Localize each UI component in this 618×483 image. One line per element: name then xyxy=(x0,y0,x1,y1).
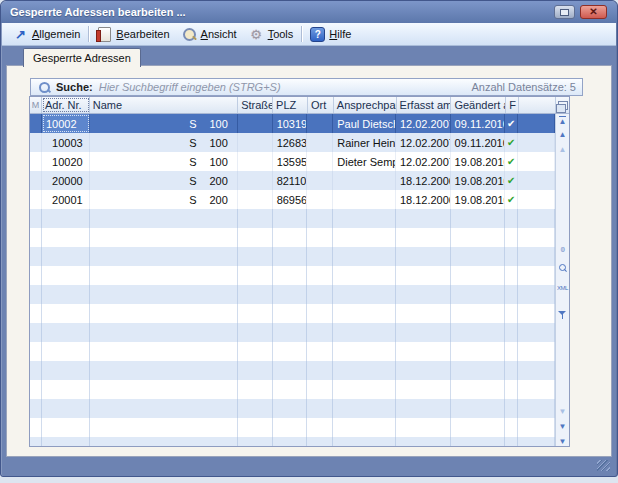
grid-cell-strasse xyxy=(238,133,273,152)
grid-cell-partner xyxy=(333,171,396,190)
grid-cell-flag xyxy=(505,418,518,437)
page-down-button[interactable]: ▼ xyxy=(556,423,569,431)
table-row-empty[interactable] xyxy=(30,342,555,361)
menu-item-hilfe[interactable]: ? Hilfe xyxy=(304,25,357,43)
column-header-strasse[interactable]: Straße xyxy=(238,97,273,113)
column-header-name[interactable]: Name xyxy=(90,97,238,113)
table-row-empty[interactable] xyxy=(30,247,555,266)
resize-grip[interactable] xyxy=(597,460,610,471)
column-header-erfasst[interactable]: Erfasst am xyxy=(397,97,452,113)
search-input[interactable]: Hier Suchbegriff eingeben (STRG+S) xyxy=(99,81,472,93)
export-xml-button[interactable]: XML xyxy=(556,284,569,292)
column-header-adr[interactable]: Adr. Nr. xyxy=(42,97,90,113)
column-header-m[interactable]: M xyxy=(30,97,42,113)
menu-label-tools: Tools xyxy=(268,28,294,40)
grid-cell-plz xyxy=(273,209,308,228)
filter-button[interactable] xyxy=(556,310,569,319)
table-row-empty[interactable] xyxy=(30,285,555,304)
grid-cell-strasse xyxy=(238,361,273,380)
grid-cell-geaendert xyxy=(451,247,506,266)
grid-cell-partner: Paul Dietsch xyxy=(333,114,396,133)
grid-cell-name xyxy=(90,380,238,399)
grid-cell-filler xyxy=(518,171,555,190)
grid-side-toolbar: ▲▲▲(|)XML▼▼▼ xyxy=(555,114,569,446)
table-row-empty[interactable] xyxy=(30,437,555,446)
grid-cell-ort xyxy=(307,266,333,285)
close-button[interactable]: ✕ xyxy=(580,5,607,19)
grid-header: MAdr. Nr.NameStraßePLZOrtAnsprechpartner… xyxy=(30,97,569,114)
menu-item-tools[interactable]: ⚙ Tools xyxy=(243,25,300,43)
menu-bar: ↗ Allgemein Bearbeiten Ansicht ⚙ Tools ?… xyxy=(2,23,616,46)
restore-button[interactable] xyxy=(554,5,575,19)
grid-cell-plz xyxy=(273,247,308,266)
column-header-flag[interactable]: F xyxy=(506,97,519,113)
grid-cell-ort xyxy=(307,190,333,209)
menu-item-allgemein[interactable]: ↗ Allgemein xyxy=(7,25,86,43)
column-header-ort[interactable]: Ort xyxy=(308,97,334,113)
table-row-empty[interactable] xyxy=(30,209,555,228)
grid-cell-ort xyxy=(307,304,333,323)
grid-cell-adr xyxy=(42,361,90,380)
column-chooser-icon xyxy=(558,101,568,110)
grid-cell-partner xyxy=(333,399,396,418)
fit-columns-button[interactable]: (|) xyxy=(556,245,569,253)
table-row-empty[interactable] xyxy=(30,323,555,342)
table-row[interactable]: 20001S2008695618.12.200619.08.2010✔ xyxy=(30,190,555,209)
page-up-button[interactable]: ▲ xyxy=(556,131,569,139)
menu-label-bearbeiten: Bearbeiten xyxy=(116,28,169,40)
grid-cell-name xyxy=(90,399,238,418)
grid-cell-filler xyxy=(518,152,555,171)
tab-gesperrte-adressen[interactable]: Gesperrte Adressen xyxy=(23,48,141,67)
column-chooser-button[interactable] xyxy=(556,97,569,113)
column-header-partner[interactable]: Ansprechpartner xyxy=(334,97,397,113)
row-down-button[interactable]: ▼ xyxy=(556,408,569,416)
grid-cell-adr xyxy=(42,380,90,399)
grid-cell-m xyxy=(30,228,42,247)
column-header-plz[interactable]: PLZ xyxy=(273,97,308,113)
menu-separator xyxy=(301,26,302,42)
grid-cell-adr xyxy=(42,266,90,285)
table-row-empty[interactable] xyxy=(30,380,555,399)
grid-cell-filler xyxy=(518,266,555,285)
column-header-filler[interactable] xyxy=(519,97,556,113)
grid-cell-geaendert: 19.08.2010 xyxy=(451,171,506,190)
grid-cell-name xyxy=(90,418,238,437)
grid-cell-name xyxy=(90,247,238,266)
table-row[interactable]: 10002S10010319Paul Dietsch12.02.200709.1… xyxy=(30,114,555,133)
grid-cell-flag xyxy=(505,228,518,247)
grid-cell-m xyxy=(30,247,42,266)
table-row[interactable]: 10003S10012683Rainer Heinrich12.02.20070… xyxy=(30,133,555,152)
grid-cell-filler xyxy=(518,342,555,361)
check-icon: ✔ xyxy=(505,152,518,171)
menu-item-bearbeiten[interactable]: Bearbeiten xyxy=(91,25,175,43)
grid-cell-name: S200 xyxy=(90,171,238,190)
grid-cell-m xyxy=(30,437,42,446)
grid-cell-erfasst xyxy=(396,228,451,247)
row-up-button[interactable]: ▲ xyxy=(556,146,569,154)
grid-cell-flag xyxy=(505,266,518,285)
scroll-to-bottom-button[interactable]: ▼ xyxy=(556,438,569,446)
grid-cell-filler xyxy=(518,228,555,247)
table-row-empty[interactable] xyxy=(30,304,555,323)
table-row-empty[interactable] xyxy=(30,228,555,247)
search-in-grid-button[interactable] xyxy=(556,264,569,274)
table-row-empty[interactable] xyxy=(30,361,555,380)
grid-cell-name xyxy=(90,285,238,304)
scroll-to-top-button[interactable]: ▲ xyxy=(556,116,569,126)
grid-cell-filler xyxy=(518,285,555,304)
close-icon: ✕ xyxy=(589,7,597,17)
table-row[interactable]: 20000S2008211018.12.200619.08.2010✔ xyxy=(30,171,555,190)
help-icon: ? xyxy=(310,27,325,42)
grid-cell-filler xyxy=(518,380,555,399)
menu-item-ansicht[interactable]: Ansicht xyxy=(176,25,243,43)
check-icon: ✔ xyxy=(505,114,518,133)
table-row-empty[interactable] xyxy=(30,399,555,418)
table-row[interactable]: 10020S10013595Dieter Sempf12.02.200719.0… xyxy=(30,152,555,171)
edit-notepad-icon xyxy=(98,27,111,42)
table-row-empty[interactable] xyxy=(30,266,555,285)
column-header-geaendert[interactable]: Geändert am xyxy=(451,97,506,113)
grid-cell-strasse xyxy=(238,342,273,361)
grid-cell-erfasst xyxy=(396,247,451,266)
table-row-empty[interactable] xyxy=(30,418,555,437)
grid-cell-name xyxy=(90,342,238,361)
